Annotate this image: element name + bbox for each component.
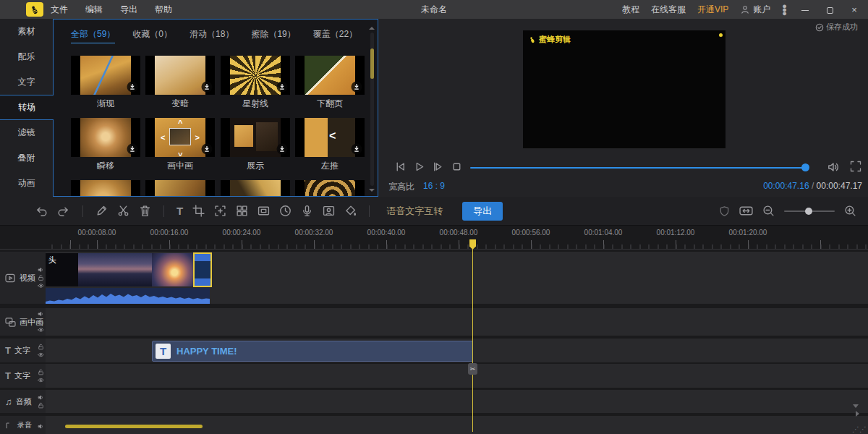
edit-pencil-icon[interactable] bbox=[95, 205, 108, 217]
seek-handle[interactable] bbox=[801, 163, 809, 171]
next-frame-button[interactable] bbox=[432, 161, 444, 173]
download-icon[interactable] bbox=[127, 81, 138, 93]
transition-thumbnail[interactable]: < bbox=[295, 118, 365, 157]
tab-favorites[interactable]: 收藏（0） bbox=[132, 28, 172, 43]
speech-to-text-button[interactable]: 语音文字互转 bbox=[386, 205, 443, 218]
video-clip-thumbnail[interactable] bbox=[78, 253, 152, 286]
sidebar-item-media[interactable]: 素材 bbox=[0, 19, 53, 44]
text-tool-icon[interactable]: T bbox=[176, 205, 183, 217]
undo-icon[interactable] bbox=[35, 205, 48, 218]
scroll-down-icon[interactable] bbox=[369, 189, 375, 192]
panel-scrollbar-thumb[interactable] bbox=[370, 48, 374, 79]
split-scissors-icon[interactable] bbox=[117, 205, 129, 217]
transition-thumbnail[interactable]: <> ^^ bbox=[145, 118, 215, 157]
seek-bar[interactable] bbox=[470, 167, 808, 169]
lock-track-icon[interactable] bbox=[38, 275, 44, 281]
record-mic-icon[interactable] bbox=[301, 205, 313, 217]
vip-link[interactable]: 开通VIP bbox=[697, 4, 728, 16]
transition-thumbnail[interactable] bbox=[145, 56, 215, 95]
mute-track-icon[interactable] bbox=[38, 311, 44, 318]
track-audio-header[interactable]: ♫音频 bbox=[0, 390, 46, 413]
transition-thumbnail[interactable] bbox=[295, 56, 365, 95]
transition-thumbnail[interactable] bbox=[145, 180, 215, 197]
lock-track-icon[interactable] bbox=[38, 402, 44, 409]
portrait-icon[interactable] bbox=[323, 205, 335, 217]
transition-thumbnail[interactable] bbox=[295, 180, 365, 197]
transition-thumbnail[interactable] bbox=[221, 180, 290, 197]
scroll-down-icon[interactable] bbox=[853, 404, 859, 408]
account-button[interactable]: 账户 bbox=[740, 4, 770, 16]
lock-track-icon[interactable] bbox=[38, 369, 44, 375]
track-text-header[interactable]: T文字 bbox=[0, 364, 46, 388]
track-recording-header[interactable]: 录音 bbox=[0, 416, 46, 434]
sidebar-item-animation[interactable]: 动画 bbox=[0, 171, 53, 196]
resize-grip[interactable]: ⋰⋰ bbox=[852, 427, 867, 433]
tab-wipe[interactable]: 擦除（19） bbox=[251, 28, 295, 43]
prev-frame-button[interactable] bbox=[394, 161, 407, 173]
download-icon[interactable] bbox=[351, 81, 362, 93]
transition-thumbnail[interactable] bbox=[71, 180, 140, 197]
fit-timeline-icon[interactable] bbox=[739, 205, 753, 216]
text-clip[interactable]: T HAPPY TIME! bbox=[152, 341, 473, 362]
transition-thumbnail[interactable] bbox=[71, 56, 140, 95]
playhead-line[interactable] bbox=[472, 240, 473, 432]
panel-scrollbar[interactable] bbox=[370, 33, 374, 186]
zoom-slider-handle[interactable] bbox=[805, 208, 812, 215]
tab-all[interactable]: 全部（59） bbox=[71, 28, 115, 43]
tab-cover[interactable]: 覆盖（22） bbox=[313, 28, 357, 43]
download-icon[interactable] bbox=[201, 143, 213, 155]
sidebar-item-transitions[interactable]: 转场 bbox=[0, 95, 54, 120]
horizontal-scrollbar[interactable] bbox=[65, 425, 203, 428]
aspect-ratio-value[interactable]: 16 : 9 bbox=[423, 181, 445, 191]
hide-track-icon[interactable] bbox=[38, 283, 44, 289]
style-paint-icon[interactable] bbox=[344, 205, 357, 217]
track-video-header[interactable]: 视频 bbox=[0, 252, 46, 304]
shield-icon[interactable] bbox=[719, 205, 730, 217]
zoom-out-icon[interactable] bbox=[762, 205, 775, 217]
fullscreen-icon[interactable] bbox=[850, 161, 861, 172]
selection-handle[interactable] bbox=[719, 33, 723, 37]
track-text-header[interactable]: T文字 bbox=[0, 339, 46, 362]
lock-track-icon[interactable] bbox=[38, 344, 44, 350]
mute-track-icon[interactable] bbox=[38, 267, 44, 273]
close-button[interactable]: × bbox=[848, 4, 861, 15]
download-icon[interactable] bbox=[201, 81, 213, 93]
download-icon[interactable] bbox=[351, 143, 362, 155]
hide-track-icon[interactable] bbox=[38, 327, 44, 333]
zoom-in-icon[interactable] bbox=[844, 205, 856, 217]
tab-slide[interactable]: 滑动（18） bbox=[190, 28, 234, 43]
sidebar-item-overlays[interactable]: 叠附 bbox=[0, 145, 53, 171]
sidebar-item-text[interactable]: 文字 bbox=[0, 69, 53, 95]
mute-track-icon[interactable] bbox=[38, 423, 44, 430]
minimize-button[interactable] bbox=[799, 4, 812, 15]
transition-thumbnail[interactable] bbox=[221, 56, 290, 95]
crop-icon[interactable] bbox=[192, 205, 205, 217]
hide-track-icon[interactable] bbox=[38, 377, 44, 383]
tutorial-link[interactable]: 教程 bbox=[622, 4, 639, 16]
hide-track-icon[interactable] bbox=[38, 352, 44, 358]
duration-clock-icon[interactable] bbox=[279, 205, 292, 217]
sidebar-item-music[interactable]: 配乐 bbox=[0, 44, 53, 69]
export-button[interactable]: 导出 bbox=[462, 202, 503, 221]
audio-waveform[interactable] bbox=[46, 288, 210, 304]
online-support-link[interactable]: 在线客服 bbox=[651, 4, 686, 16]
overlay-icon[interactable] bbox=[258, 205, 270, 217]
delete-trash-icon[interactable] bbox=[139, 205, 151, 217]
transition-thumbnail[interactable] bbox=[71, 118, 140, 157]
timeline-zoom-slider[interactable] bbox=[784, 208, 835, 215]
mosaic-icon[interactable] bbox=[236, 205, 248, 217]
scroll-up-icon[interactable] bbox=[369, 27, 375, 30]
playhead-split-handle[interactable]: ✂ bbox=[468, 363, 477, 375]
download-icon[interactable] bbox=[276, 143, 288, 155]
zoom-crop-icon[interactable] bbox=[214, 205, 226, 217]
more-menu-icon[interactable]: ●●● bbox=[782, 4, 787, 15]
redo-icon[interactable] bbox=[57, 205, 70, 218]
maximize-button[interactable] bbox=[823, 4, 836, 15]
download-icon[interactable] bbox=[276, 81, 288, 93]
video-clip-thumbnail[interactable] bbox=[152, 253, 193, 286]
volume-icon[interactable] bbox=[827, 161, 840, 174]
transition-thumbnail[interactable] bbox=[221, 118, 290, 157]
mute-track-icon[interactable] bbox=[38, 394, 44, 401]
download-icon[interactable] bbox=[127, 143, 138, 155]
sidebar-item-filters[interactable]: 滤镜 bbox=[0, 120, 53, 145]
